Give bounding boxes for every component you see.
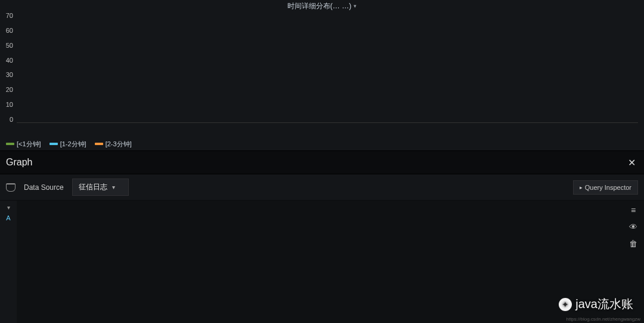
eye-icon[interactable]: 👁 — [629, 222, 637, 232]
y-axis: 706050403020100 — [1, 12, 13, 123]
legend-swatch — [49, 143, 58, 145]
panel-type-label: Graph — [6, 157, 32, 168]
datasource-label: Data Source — [24, 183, 64, 192]
trash-icon[interactable]: 🗑 — [629, 239, 637, 248]
legend-swatch — [95, 143, 103, 145]
query-gutter: ▾ A — [0, 201, 17, 323]
menu-icon[interactable]: ≡ — [631, 205, 636, 215]
datasource-row: Data Source 征信日志 Query Inspector — [0, 174, 644, 201]
datasource-select[interactable]: 征信日志 — [72, 179, 129, 196]
datasource-icon — [6, 183, 16, 192]
legend-item[interactable]: [2-3分钟] — [95, 140, 132, 149]
query-actions: ≡ 👁 🗑 — [623, 201, 644, 323]
x-axis — [17, 125, 638, 135]
legend-item[interactable]: [<1分钟] — [6, 140, 41, 149]
chart-legend: [<1分钟] [1-2分钟] [2-3分钟] — [0, 137, 644, 150]
sql-code[interactable] — [17, 201, 623, 323]
legend-swatch — [6, 143, 14, 145]
plot-area — [17, 12, 638, 123]
editor-tab-bar: Graph ✕ — [0, 150, 644, 174]
panel-title[interactable]: 时间详细分布(… …) ▾ — [0, 0, 644, 12]
query-editor: ▾ A ≡ 👁 🗑 — [0, 201, 644, 323]
legend-item[interactable]: [1-2分钟] — [49, 140, 86, 149]
close-icon[interactable]: ✕ — [628, 157, 636, 168]
query-letter[interactable]: A — [6, 214, 10, 222]
chevron-down-icon: ▾ — [354, 3, 357, 9]
collapse-icon[interactable]: ▾ — [7, 204, 10, 211]
panel-title-text: 时间详细分布(… …) — [287, 1, 351, 11]
query-inspector-button[interactable]: Query Inspector — [573, 180, 638, 195]
chart-panel[interactable]: 706050403020100 — [0, 12, 644, 137]
footer-url: https://blog.csdn.net/zhengwangzw — [566, 316, 640, 322]
